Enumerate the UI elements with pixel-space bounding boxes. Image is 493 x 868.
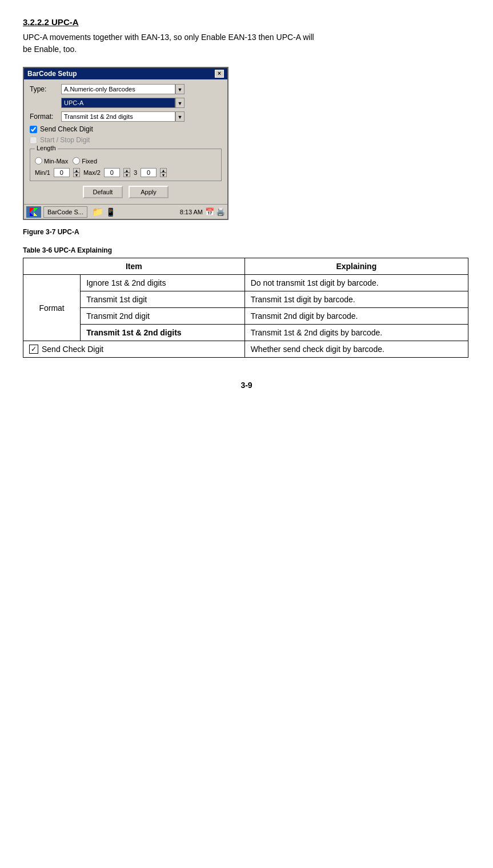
length-group: Length Min-Max Fixed Min/1 ▲	[30, 149, 222, 181]
format-select-container: Transmit 1st & 2nd digits ▼	[61, 111, 222, 122]
start-stop-digit-row: Start / Stop Digit	[30, 136, 222, 144]
barcode-type-row: UPC-A ▼	[30, 98, 222, 108]
min-max-label: Min-Max	[44, 158, 68, 165]
sub-item-0: Ignore 1st & 2nd digits	[81, 275, 245, 291]
sub-item-3: Transmit 1st & 2nd digits	[81, 325, 245, 341]
explaining-1: Transmit 1st digit by barcode.	[245, 291, 468, 308]
fixed-label: Fixed	[82, 158, 97, 165]
checkbox-label: Send Check Digit	[42, 345, 103, 354]
send-check-digit-row: Send Check Digit	[30, 125, 222, 133]
checkbox-explaining: Whether send check digit by barcode.	[245, 341, 468, 358]
device-icon: 📱	[106, 207, 115, 217]
checkbox-cell: ✓ Send Check Digit	[29, 345, 239, 354]
min-max-radio[interactable]	[35, 157, 42, 165]
type-row: Type: A.Numeric-only Barcodes ▼	[30, 84, 222, 94]
figure-caption: Figure 3-7 UPC-A	[23, 228, 470, 236]
third-down-arrow[interactable]: ▼	[160, 173, 167, 177]
header-explaining: Explaining	[245, 258, 468, 275]
dialog-body: Type: A.Numeric-only Barcodes ▼ UPC-A ▼ …	[24, 79, 227, 204]
third-input[interactable]	[141, 168, 157, 177]
spinners-row: Min/1 ▲ ▼ Max/2 ▲ ▼ 3 ▲	[35, 168, 217, 177]
start-stop-digit-checkbox[interactable]	[30, 137, 37, 144]
intro-text: UPC-A movements together with EAN-13, so…	[23, 31, 470, 55]
taskbar-tray: 📁 📱	[92, 206, 115, 217]
header-item: Item	[23, 258, 245, 275]
max-spinner-arrows: ▲ ▼	[123, 168, 130, 177]
sub-item-2: Transmit 2nd digit	[81, 308, 245, 325]
explaining-0: Do not transmit 1st digit by barcode.	[245, 275, 468, 291]
checkbox-row-cell: ✓ Send Check Digit	[23, 341, 245, 358]
type-label: Type:	[30, 85, 61, 93]
dialog-titlebar: BarCode Setup ×	[24, 68, 227, 79]
type-select-container: A.Numeric-only Barcodes ▼	[61, 84, 222, 94]
checked-checkbox-icon: ✓	[29, 345, 38, 354]
format-row: Format: Transmit 1st & 2nd digits ▼	[30, 111, 222, 122]
table-row: Transmit 1st digit Transmit 1st digit by…	[23, 291, 468, 308]
table-row: Transmit 1st & 2nd digits Transmit 1st &…	[23, 325, 468, 341]
taskbar-app-item[interactable]: BarCode S...	[43, 206, 87, 218]
data-table: Item Explaining Format Ignore 1st & 2nd …	[23, 258, 468, 358]
format-cell: Format	[23, 275, 81, 341]
close-button[interactable]: ×	[215, 70, 224, 78]
min-label: Min/1	[35, 169, 50, 176]
table-caption: Table 3-6 UPC-A Explaining	[23, 246, 470, 254]
type-select[interactable]: A.Numeric-only Barcodes	[61, 84, 175, 94]
start-stop-digit-label: Start / Stop Digit	[40, 136, 90, 144]
min-spinner-arrows: ▲ ▼	[73, 168, 80, 177]
fixed-radio[interactable]	[73, 157, 80, 165]
max-down-arrow[interactable]: ▼	[123, 173, 130, 177]
max-up-arrow[interactable]: ▲	[123, 168, 130, 173]
max-input[interactable]	[104, 168, 120, 177]
min-up-arrow[interactable]: ▲	[73, 168, 80, 173]
table-header-row: Item Explaining	[23, 258, 468, 275]
apply-button[interactable]: Apply	[129, 186, 169, 198]
dialog-container: BarCode Setup × Type: A.Numeric-only Bar…	[23, 67, 470, 220]
table-row: ✓ Send Check Digit Whether send check di…	[23, 341, 468, 358]
min-input[interactable]	[54, 168, 70, 177]
type-dropdown-arrow[interactable]: ▼	[175, 84, 185, 94]
dialog-title: BarCode Setup	[27, 70, 77, 78]
taskbar-extra-icons: 📅 🖨️	[205, 207, 225, 216]
section-title: 3.2.2.2 UPC-A	[23, 17, 470, 27]
page-number: 3-9	[23, 381, 470, 390]
calendar-icon: 📅	[205, 207, 214, 216]
folder-icon: 📁	[92, 206, 103, 217]
taskbar-time: 8:13 AM	[180, 209, 203, 215]
default-button[interactable]: Default	[83, 186, 123, 198]
max-label: Max/2	[83, 169, 101, 176]
windows-logo-icon	[30, 208, 38, 216]
send-check-digit-checkbox[interactable]	[30, 126, 37, 133]
send-check-digit-label: Send Check Digit	[40, 125, 93, 133]
barcode-type-select[interactable]: UPC-A	[61, 98, 175, 108]
fixed-option: Fixed	[73, 157, 97, 165]
third-up-arrow[interactable]: ▲	[160, 168, 167, 173]
length-row: Min-Max Fixed	[35, 157, 217, 165]
printer-icon: 🖨️	[216, 207, 225, 216]
start-button[interactable]	[26, 206, 41, 218]
third-spinner-arrows: ▲ ▼	[160, 168, 167, 177]
table-row: Format Ignore 1st & 2nd digits Do not tr…	[23, 275, 468, 291]
table-row: Transmit 2nd digit Transmit 2nd digit by…	[23, 308, 468, 325]
format-dropdown-arrow[interactable]: ▼	[175, 111, 185, 122]
dialog-buttons: Default Apply	[30, 186, 222, 198]
barcode-setup-dialog: BarCode Setup × Type: A.Numeric-only Bar…	[23, 67, 229, 220]
sub-item-1: Transmit 1st digit	[81, 291, 245, 308]
length-group-title: Length	[35, 145, 58, 151]
third-label: 3	[134, 169, 137, 176]
barcode-dropdown-arrow[interactable]: ▼	[175, 98, 185, 108]
min-max-option: Min-Max	[35, 157, 68, 165]
format-select[interactable]: Transmit 1st & 2nd digits	[61, 111, 175, 122]
format-label: Format:	[30, 113, 61, 121]
min-down-arrow[interactable]: ▼	[73, 173, 80, 177]
explaining-2: Transmit 2nd digit by barcode.	[245, 308, 468, 325]
taskbar: BarCode S... 📁 📱 8:13 AM 📅 🖨️	[24, 204, 227, 219]
explaining-3: Transmit 1st & 2nd digits by barcode.	[245, 325, 468, 341]
